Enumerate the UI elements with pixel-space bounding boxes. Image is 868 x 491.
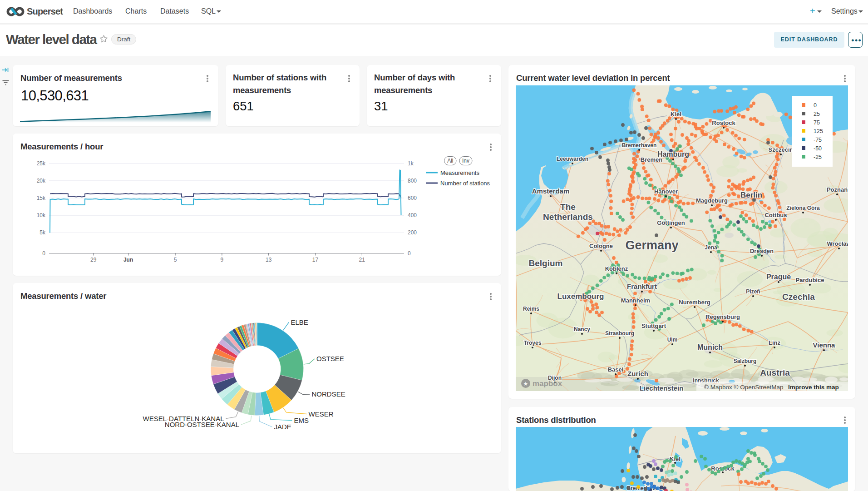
svg-text:200: 200 xyxy=(408,229,417,236)
svg-text:5k: 5k xyxy=(39,229,46,236)
svg-text:Number of stations: Number of stations xyxy=(440,180,490,187)
svg-text:OSTSEE: OSTSEE xyxy=(316,355,344,362)
svg-text:Measurements: Measurements xyxy=(440,169,479,176)
svg-text:Improve this map: Improve this map xyxy=(788,384,839,391)
svg-text:Bremerhaven: Bremerhaven xyxy=(622,142,657,149)
svg-text:21: 21 xyxy=(359,257,365,263)
svg-text:★: ★ xyxy=(523,381,528,387)
svg-text:Stuttgart: Stuttgart xyxy=(641,322,666,329)
svg-text:Strasbourg: Strasbourg xyxy=(605,330,634,337)
svg-text:Leeuwarden: Leeuwarden xyxy=(557,156,588,162)
svg-text:Troyes: Troyes xyxy=(524,340,542,346)
svg-text:Bremen: Bremen xyxy=(641,156,662,163)
svg-text:10k: 10k xyxy=(37,212,46,218)
svg-text:ELBE: ELBE xyxy=(291,318,308,326)
svg-text:mapbox: mapbox xyxy=(533,379,562,388)
svg-text:EMS: EMS xyxy=(294,417,309,424)
svg-text:Jun: Jun xyxy=(123,257,133,263)
svg-text:15k: 15k xyxy=(37,195,46,201)
svg-text:13: 13 xyxy=(266,257,272,263)
svg-text:Cologne: Cologne xyxy=(589,243,613,249)
svg-text:WESER: WESER xyxy=(309,410,334,418)
svg-text:Nuremberg: Nuremberg xyxy=(679,299,710,306)
svg-text:Mannheim: Mannheim xyxy=(621,297,650,304)
svg-text:Austria: Austria xyxy=(760,368,790,377)
svg-text:JADE: JADE xyxy=(274,423,291,431)
svg-text:Koblenz: Koblenz xyxy=(605,265,628,272)
svg-text:Dresden: Dresden xyxy=(750,248,774,254)
svg-text:5: 5 xyxy=(174,257,177,263)
svg-text:Basel: Basel xyxy=(608,366,624,373)
svg-text:400: 400 xyxy=(408,212,417,218)
svg-text:Hanover: Hanover xyxy=(654,188,678,195)
svg-text:125: 125 xyxy=(814,128,823,134)
svg-text:Plzeň: Plzeň xyxy=(746,288,760,295)
svg-text:-75: -75 xyxy=(814,137,822,143)
svg-text:9: 9 xyxy=(221,257,224,263)
svg-text:Liechtenstein: Liechtenstein xyxy=(640,384,684,391)
svg-text:Kiel: Kiel xyxy=(671,111,681,118)
svg-text:Czechia: Czechia xyxy=(782,292,815,302)
svg-text:Linz: Linz xyxy=(769,339,780,346)
svg-text:0: 0 xyxy=(42,250,45,257)
svg-text:0: 0 xyxy=(814,102,817,109)
svg-text:Belgium: Belgium xyxy=(529,258,563,268)
svg-text:Zurich: Zurich xyxy=(627,370,648,377)
svg-text:Zielona Góra: Zielona Góra xyxy=(786,205,820,211)
svg-text:Cottbus: Cottbus xyxy=(764,212,787,218)
svg-text:Göttingen: Göttingen xyxy=(657,219,685,226)
svg-text:Szczecin: Szczecin xyxy=(769,146,794,153)
svg-text:Frankfurt: Frankfurt xyxy=(627,283,657,290)
svg-text:800: 800 xyxy=(408,178,417,184)
svg-text:Rostock: Rostock xyxy=(712,119,735,126)
svg-text:Regensburg: Regensburg xyxy=(705,313,740,320)
svg-text:Munich: Munich xyxy=(697,343,723,351)
svg-text:25k: 25k xyxy=(37,160,46,167)
svg-text:© Mapbox © OpenStreetMap: © Mapbox © OpenStreetMap xyxy=(704,384,783,391)
svg-text:75: 75 xyxy=(814,119,820,126)
svg-text:-25: -25 xyxy=(814,154,822,160)
svg-text:Amsterdam: Amsterdam xyxy=(532,187,570,195)
svg-text:25: 25 xyxy=(814,111,820,117)
svg-text:Netherlands: Netherlands xyxy=(543,212,593,222)
svg-text:Berlin: Berlin xyxy=(740,191,762,199)
svg-text:Pardubice: Pardubice xyxy=(796,277,824,283)
svg-text:NORDSEE: NORDSEE xyxy=(312,390,345,398)
svg-text:600: 600 xyxy=(408,195,417,201)
svg-text:All: All xyxy=(447,158,453,164)
svg-text:The: The xyxy=(560,202,576,212)
svg-text:Vienna: Vienna xyxy=(813,341,836,349)
svg-text:Poznań: Poznań xyxy=(827,186,848,193)
svg-text:Salzburg: Salzburg xyxy=(734,358,757,364)
svg-text:Reims: Reims xyxy=(523,306,539,312)
svg-text:Ulm: Ulm xyxy=(667,337,678,343)
svg-text:Magdeburg: Magdeburg xyxy=(696,197,728,204)
svg-text:29: 29 xyxy=(90,257,97,263)
svg-text:Nancy: Nancy xyxy=(574,326,590,332)
svg-text:Wrocław: Wrocław xyxy=(827,240,848,247)
svg-text:Prague: Prague xyxy=(766,273,791,281)
svg-text:17: 17 xyxy=(312,257,319,263)
svg-text:20k: 20k xyxy=(37,178,46,184)
svg-text:WESEL-DATTELN-KANAL: WESEL-DATTELN-KANAL xyxy=(143,415,224,422)
svg-text:Inv: Inv xyxy=(462,158,469,164)
svg-text:Luxembourg: Luxembourg xyxy=(557,292,604,301)
svg-text:-50: -50 xyxy=(814,145,822,152)
svg-text:0: 0 xyxy=(408,250,411,257)
svg-text:Germany: Germany xyxy=(625,238,678,252)
svg-text:Jena: Jena xyxy=(705,244,717,251)
svg-text:1k: 1k xyxy=(408,160,414,167)
